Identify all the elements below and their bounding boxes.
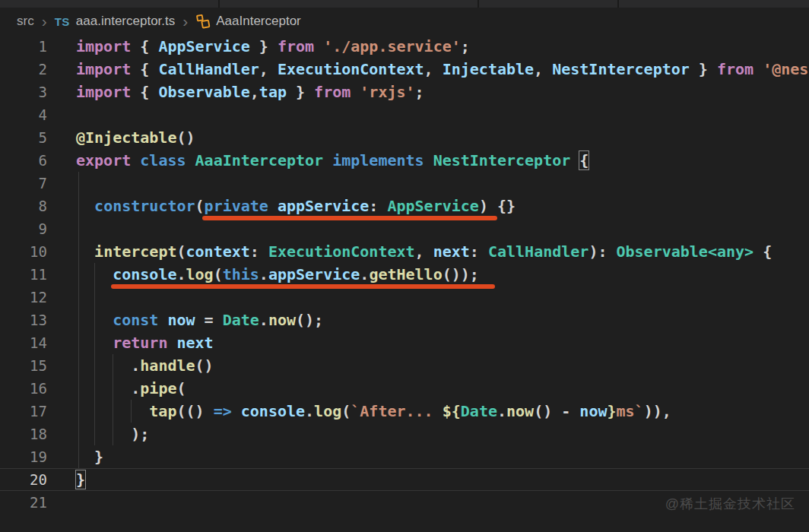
line-number[interactable]: 16: [0, 377, 47, 400]
code-line-text[interactable]: intercept(context: ExecutionContext, nex…: [47, 240, 772, 263]
line-number[interactable]: 5: [0, 126, 47, 149]
code-line[interactable]: 8 constructor(private appService: AppSer…: [0, 195, 809, 217]
class-symbol-icon: [195, 14, 211, 29]
breadcrumb-symbol[interactable]: AaaInterceptor: [216, 14, 301, 29]
line-number[interactable]: 4: [0, 103, 47, 126]
code-line[interactable]: 7: [0, 172, 809, 195]
code-token: ms`: [617, 402, 644, 420]
code-line[interactable]: 6export class AaaInterceptor implements …: [0, 149, 809, 172]
line-number[interactable]: 8: [0, 195, 47, 217]
code-token: Observable: [158, 83, 249, 101]
code-line-text[interactable]: import { Observable,tap } from 'rxjs';: [47, 81, 424, 103]
code-line[interactable]: 3import { Observable,tap } from 'rxjs';: [0, 81, 809, 103]
typescript-file-icon: TS: [55, 15, 70, 28]
vscode-editor-window: { "tabstrip": { "dividers": [287, 628, 8…: [0, 0, 809, 532]
line-number[interactable]: 9: [0, 217, 47, 240]
code-token: export: [76, 151, 131, 169]
code-line-text[interactable]: }: [47, 468, 85, 491]
code-line[interactable]: 18 );: [0, 423, 809, 445]
line-number[interactable]: 18: [0, 423, 47, 445]
code-token: ,: [415, 242, 433, 261]
code-line[interactable]: 4: [0, 103, 809, 126]
code-token: [186, 151, 195, 169]
code-token: .: [76, 356, 140, 375]
code-line-text[interactable]: }: [47, 445, 103, 468]
matched-bracket: }: [76, 470, 85, 489]
code-line-text[interactable]: export class AaaInterceptor implements N…: [47, 149, 589, 172]
code-token: from: [717, 60, 753, 78]
code-line[interactable]: 5@Injectable(): [0, 126, 809, 149]
code-token: const: [113, 311, 158, 329]
code-token: class: [140, 151, 186, 169]
code-line[interactable]: 11 console.log(this.appService.getHello(…: [0, 263, 809, 286]
code-token: .: [176, 265, 186, 283]
indent-guide: [113, 354, 113, 445]
code-line-text[interactable]: );: [47, 423, 149, 445]
line-number[interactable]: 1: [0, 35, 47, 58]
code-token: .: [76, 379, 140, 397]
code-token: (): [176, 128, 195, 147]
code-line[interactable]: 20}: [0, 468, 809, 491]
code-line-text[interactable]: const now = Date.now();: [47, 309, 323, 331]
code-token: log: [186, 265, 214, 283]
code-line[interactable]: 16 .pipe(: [0, 377, 809, 400]
line-number[interactable]: 20: [0, 468, 47, 491]
code-token: now: [506, 402, 534, 420]
code-token: .: [259, 265, 268, 283]
code-token: (): [195, 356, 214, 375]
code-line-text[interactable]: import { CallHandler, ExecutionContext, …: [47, 58, 809, 81]
code-line-text[interactable]: [47, 217, 76, 240]
breadcrumb-file[interactable]: aaa.interceptor.ts: [76, 14, 175, 29]
breadcrumb-folder[interactable]: src: [17, 14, 34, 29]
code-line-text[interactable]: return next: [47, 331, 214, 354]
code-line-text[interactable]: .handle(): [47, 354, 214, 377]
code-line[interactable]: 9: [0, 217, 809, 240]
code-line[interactable]: 17 tap(() => console.log(`After... ${Dat…: [0, 400, 809, 423]
line-number[interactable]: 7: [0, 172, 47, 195]
code-token: import: [76, 83, 131, 101]
code-line-text[interactable]: constructor(private appService: AppServi…: [47, 195, 516, 217]
code-area[interactable]: 1import { AppService } from './app.servi…: [0, 35, 809, 514]
line-number[interactable]: 10: [0, 240, 47, 263]
code-line-text[interactable]: console.log(this.appService.getHello());: [47, 263, 479, 286]
line-number[interactable]: 15: [0, 354, 47, 377]
line-number[interactable]: 6: [0, 149, 47, 172]
code-line[interactable]: 13 const now = Date.now();: [0, 309, 809, 331]
code-token: '@nestjs/common';: [763, 60, 809, 78]
code-line-text[interactable]: .pipe(: [47, 377, 186, 400]
code-line-text[interactable]: [47, 103, 76, 126]
code-line[interactable]: 19 }: [0, 445, 809, 468]
line-number[interactable]: 17: [0, 400, 47, 423]
code-line-text[interactable]: [47, 491, 76, 514]
code-line-text[interactable]: @Injectable(): [47, 126, 195, 149]
code-token: .: [259, 311, 268, 329]
code-token: constructor: [94, 197, 195, 215]
code-line-text[interactable]: import { AppService } from './app.servic…: [47, 35, 470, 58]
line-number[interactable]: 21: [0, 491, 47, 514]
tab-bar[interactable]: [0, 0, 809, 8]
code-token: tap: [259, 83, 287, 101]
code-token: Injectable: [443, 60, 534, 78]
code-token: (: [341, 402, 351, 420]
code-line[interactable]: 10 intercept(context: ExecutionContext, …: [0, 240, 809, 263]
code-token: [167, 334, 176, 352]
code-token: Date: [223, 311, 259, 329]
line-number[interactable]: 14: [0, 331, 47, 354]
line-number[interactable]: 13: [0, 309, 47, 331]
code-line[interactable]: 14 return next: [0, 331, 809, 354]
code-line-text[interactable]: [47, 286, 76, 309]
code-token: [158, 311, 167, 329]
code-token: [323, 151, 332, 169]
code-line[interactable]: 1import { AppService } from './app.servi…: [0, 35, 809, 58]
line-number[interactable]: 2: [0, 58, 47, 81]
code-line[interactable]: 12: [0, 286, 809, 309]
code-line-text[interactable]: [47, 172, 76, 195]
line-number[interactable]: 12: [0, 286, 47, 309]
line-number[interactable]: 3: [0, 81, 47, 103]
code-token: handle: [140, 356, 195, 375]
code-line-text[interactable]: tap(() => console.log(`After... ${Date.n…: [47, 400, 671, 423]
code-line[interactable]: 15 .handle(): [0, 354, 809, 377]
line-number[interactable]: 11: [0, 263, 47, 286]
line-number[interactable]: 19: [0, 445, 47, 468]
code-line[interactable]: 2import { CallHandler, ExecutionContext,…: [0, 58, 809, 81]
